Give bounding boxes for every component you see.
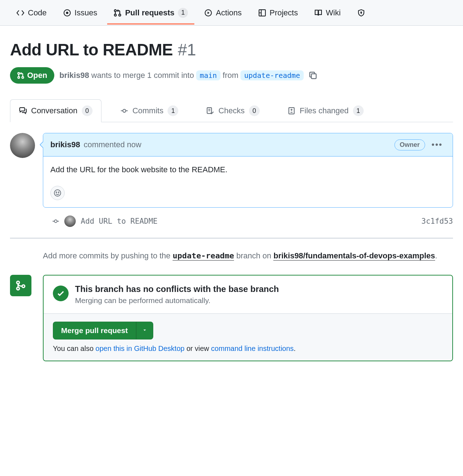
comment-icon (19, 107, 27, 115)
nav-projects-label: Projects (270, 8, 298, 18)
subtab-files-label: Files changed (300, 106, 349, 115)
merge-status-sub: Merging can be performed automatically. (75, 296, 279, 305)
cli-instructions-link[interactable]: command line instructions (211, 344, 294, 352)
subtab-checks[interactable]: Checks 0 (197, 99, 268, 122)
pull-request-icon (114, 9, 121, 17)
nav-actions-label: Actions (216, 8, 242, 18)
svg-point-19 (17, 281, 20, 284)
svg-point-17 (58, 192, 59, 193)
add-reaction-button[interactable] (50, 186, 65, 200)
project-icon (258, 9, 266, 17)
merge-hint-suffix: . (294, 344, 296, 352)
svg-rect-11 (311, 74, 316, 79)
repo-nav: Code Issues Pull requests 1 Actions Proj… (0, 0, 463, 26)
svg-point-9 (18, 76, 20, 78)
pr-title: Add URL to README (10, 40, 173, 59)
pr-title-row: Add URL to README #1 (10, 40, 453, 59)
nav-code[interactable]: Code (10, 2, 53, 24)
subtab-conversation-label: Conversation (31, 106, 78, 115)
nav-issues-label: Issues (75, 8, 98, 18)
comment-body: Add the URL for the book website to the … (43, 157, 453, 183)
svg-point-2 (114, 10, 116, 12)
comment-time: commented now (84, 140, 141, 149)
commit-sha[interactable]: 3c1fd53 (421, 217, 453, 225)
caret-down-icon (142, 328, 147, 333)
merge-status: This branch has no conflicts with the ba… (44, 276, 452, 313)
commit-icon (120, 107, 128, 115)
pr-number: #1 (178, 40, 196, 59)
push-hint-repo[interactable]: brikis98/fundamentals-of-devops-examples (273, 251, 435, 261)
nav-pull-requests[interactable]: Pull requests 1 (107, 1, 194, 24)
svg-point-8 (18, 73, 20, 74)
subtab-commits[interactable]: Commits 1 (111, 99, 188, 122)
merge-button[interactable]: Merge pull request (53, 322, 136, 339)
shield-icon (357, 9, 365, 17)
commit-message[interactable]: Add URL to README (81, 217, 158, 225)
nav-wiki-label: Wiki (326, 8, 341, 18)
git-merge-icon (15, 280, 26, 291)
subtab-files[interactable]: Files changed 1 (279, 99, 373, 122)
play-icon (204, 9, 212, 17)
push-hint-suffix: . (435, 251, 437, 260)
commits-count: 1 (168, 105, 178, 116)
pr-meta: Open brikis98 wants to merge 1 commit in… (10, 67, 453, 84)
merge-dropdown-button[interactable] (136, 322, 153, 339)
svg-point-15 (54, 190, 61, 196)
svg-point-4 (119, 14, 121, 16)
head-branch[interactable]: update-readme (240, 70, 304, 80)
merge-actions: Merge pull request You can also open thi… (44, 313, 452, 361)
svg-point-10 (22, 76, 24, 78)
nav-projects[interactable]: Projects (252, 2, 304, 24)
state-label: Open (27, 71, 47, 80)
code-icon (16, 9, 24, 17)
state-badge-open: Open (10, 67, 54, 84)
owner-badge: Owner (394, 139, 425, 150)
nav-pr-count: 1 (178, 8, 188, 18)
svg-point-21 (22, 285, 25, 288)
nav-security[interactable] (351, 3, 365, 23)
push-hint-prefix: Add more commits by pushing to the (43, 251, 173, 260)
merge-status-title: This branch has no conflicts with the ba… (75, 284, 279, 294)
nav-wiki[interactable]: Wiki (308, 2, 347, 24)
file-diff-icon (288, 107, 295, 115)
nav-issues[interactable]: Issues (57, 2, 104, 24)
files-count: 1 (353, 105, 364, 116)
issue-icon (63, 9, 71, 17)
copy-icon[interactable] (309, 71, 317, 80)
svg-point-3 (114, 14, 116, 16)
nav-pr-label: Pull requests (125, 8, 174, 18)
merge-verb: wants to merge 1 commit into (91, 71, 194, 80)
checklist-icon (206, 107, 214, 115)
subtab-conversation[interactable]: Conversation 0 (10, 99, 101, 122)
book-icon (314, 9, 322, 17)
svg-point-18 (54, 220, 57, 223)
svg-point-20 (17, 287, 20, 290)
avatar[interactable] (64, 215, 76, 227)
merge-hint-prefix: You can also (53, 344, 95, 352)
open-desktop-link[interactable]: open this in GitHub Desktop (95, 344, 184, 352)
pull-request-icon (17, 72, 24, 79)
push-hint-branch: update-readme (173, 251, 234, 261)
kebab-menu[interactable]: ••• (429, 138, 445, 151)
base-branch[interactable]: main (196, 70, 220, 80)
comment-header: brikis98 commented now Owner ••• (43, 133, 453, 157)
check-icon (53, 286, 69, 301)
merge-hint: You can also open this in GitHub Desktop… (53, 344, 443, 353)
nav-actions[interactable]: Actions (198, 2, 248, 24)
svg-point-12 (123, 109, 126, 112)
svg-point-7 (360, 12, 362, 13)
comment-box: brikis98 commented now Owner ••• Add the… (43, 133, 453, 208)
push-hint-middle: branch on (234, 251, 273, 260)
pr-author[interactable]: brikis98 (59, 71, 89, 80)
conversation-count: 0 (82, 105, 93, 116)
merge-panel: This branch has no conflicts with the ba… (43, 275, 453, 361)
divider (10, 238, 453, 239)
avatar[interactable] (10, 133, 35, 158)
pr-subtabs: Conversation 0 Commits 1 Checks 0 Files … (10, 99, 453, 122)
svg-point-16 (56, 192, 57, 193)
comment-author[interactable]: brikis98 (50, 140, 80, 149)
merge-indicator (10, 275, 31, 296)
subtab-checks-label: Checks (218, 106, 244, 115)
checks-count: 0 (249, 105, 260, 116)
merge-hint-middle: or view (184, 344, 211, 352)
